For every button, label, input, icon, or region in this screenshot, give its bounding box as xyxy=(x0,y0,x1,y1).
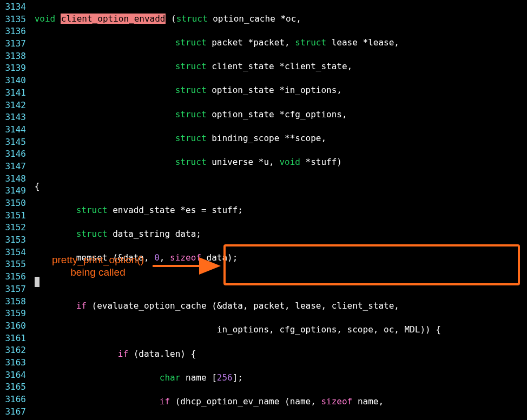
code-line: void client_option_envadd (struct option… xyxy=(29,13,441,25)
ln: 3142 xyxy=(0,99,26,112)
ln: 3156 xyxy=(0,271,26,283)
ln: 3167 xyxy=(0,406,26,418)
code-line: if (evaluate_option_cache (&data, packet… xyxy=(29,300,441,312)
ln: 3136 xyxy=(0,25,26,38)
ln: 3141 xyxy=(0,87,26,99)
code-line: if (data.len) { xyxy=(29,348,441,361)
ln: 3164 xyxy=(0,369,26,382)
ln: 3161 xyxy=(0,332,26,345)
ln: 3152 xyxy=(0,222,26,234)
code-area: void client_option_envadd (struct option… xyxy=(29,1,441,420)
line-number-gutter: 3134 3135 3136 3137 3138 3139 3140 3141 … xyxy=(0,1,26,418)
ln: 3139 xyxy=(0,62,26,75)
code-line: struct option_state *cfg_options, xyxy=(29,109,441,121)
code-line: if (dhcp_option_ev_name (name, sizeof na… xyxy=(29,396,441,408)
code-line: struct binding_scope **scope, xyxy=(29,132,441,145)
ln: 3134 xyxy=(0,1,26,14)
ln: 3158 xyxy=(0,296,26,308)
ln: 3150 xyxy=(0,197,26,210)
ln: 3135 xyxy=(0,14,26,26)
ln: 3157 xyxy=(0,283,26,296)
ln: 3151 xyxy=(0,210,26,222)
ln: 3140 xyxy=(0,75,26,87)
ln: 3138 xyxy=(0,50,26,63)
ln: 3137 xyxy=(0,38,26,50)
code-line: struct envadd_state *es = stuff; xyxy=(29,204,441,217)
ln: 3149 xyxy=(0,185,26,197)
ln: 3143 xyxy=(0,111,26,124)
ln: 3148 xyxy=(0,173,26,185)
code-line: { xyxy=(29,181,441,193)
ln: 3166 xyxy=(0,394,26,406)
ln: 3147 xyxy=(0,161,26,173)
annotation-text-2: being called xyxy=(70,266,125,278)
ln: 3145 xyxy=(0,136,26,149)
ln: 3163 xyxy=(0,357,26,369)
ln: 3146 xyxy=(0,148,26,161)
annotation-text-1: pretty_print_option() xyxy=(52,254,144,265)
arrow-icon xyxy=(153,259,223,272)
ln: 3162 xyxy=(0,344,26,357)
code-line: struct client_state *client_state, xyxy=(29,61,441,73)
code-line: struct data_string data; xyxy=(29,228,441,241)
highlight-box xyxy=(223,244,520,285)
ln: 3155 xyxy=(0,258,26,271)
ln: 3153 xyxy=(0,234,26,246)
code-line: struct option_state *in_options, xyxy=(29,84,441,97)
ln: 3159 xyxy=(0,308,26,320)
ln: 3160 xyxy=(0,320,26,332)
code-line: struct packet *packet, struct lease *lea… xyxy=(29,37,441,49)
ln: 3144 xyxy=(0,124,26,136)
ln: 3165 xyxy=(0,381,26,394)
annotation-label: pretty_print_option() being called xyxy=(41,254,155,279)
ln: 3154 xyxy=(0,246,26,259)
code-line: char name [256]; xyxy=(29,372,441,384)
code-line: struct universe *u, void *stuff) xyxy=(29,156,441,169)
code-line: in_options, cfg_options, scope, oc, MDL)… xyxy=(29,324,441,336)
